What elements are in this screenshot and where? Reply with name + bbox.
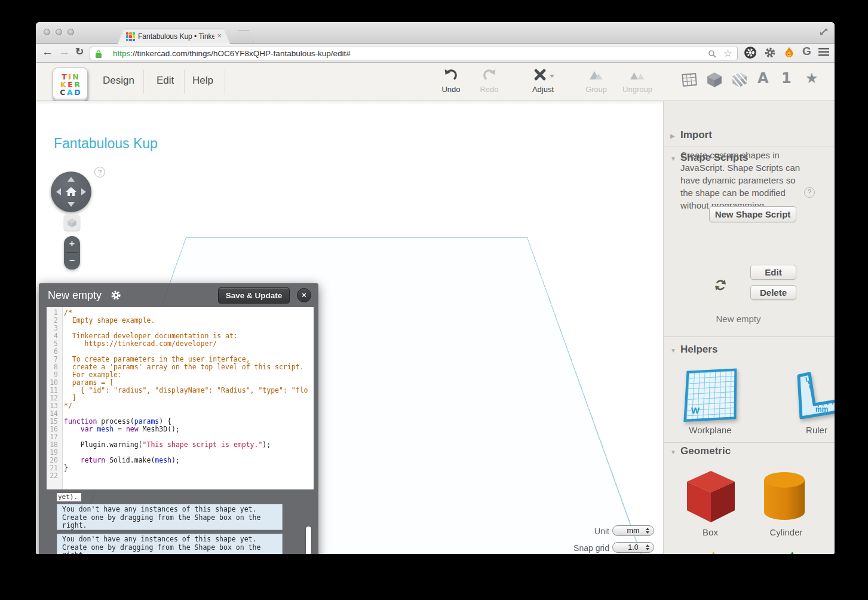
undo-icon	[443, 68, 459, 81]
browser-tab[interactable]: Fantabulous Kup • Tinkerc ×	[118, 29, 230, 44]
ghostery-extension-icon[interactable]	[744, 46, 757, 59]
logo-row-2: KER	[60, 81, 80, 88]
box-shape-icon[interactable]	[683, 467, 738, 525]
undo-button[interactable]: Undo	[437, 68, 465, 94]
menu-hamburger-icon[interactable]	[818, 48, 829, 56]
menu-edit[interactable]: Edit	[157, 75, 174, 87]
ruler-label: Ruler	[794, 425, 835, 435]
text-shape-icon[interactable]: A	[757, 70, 769, 87]
browser-window: Fantabulous Kup • Tinkerc × ← → ↻ https:…	[36, 22, 835, 554]
redo-button[interactable]: Redo	[476, 68, 503, 94]
new-shape-script-button[interactable]: New Shape Script	[709, 206, 796, 222]
default-view-button[interactable]	[64, 215, 80, 231]
rotate-left-icon[interactable]	[56, 188, 61, 195]
home-view-icon[interactable]	[65, 186, 77, 198]
close-window-button[interactable]	[44, 29, 50, 35]
menu-help[interactable]: Help	[192, 75, 213, 87]
titlebar: Fantabulous Kup • Tinkerc ×	[36, 22, 835, 44]
snap-grid-select[interactable]: 1.0	[612, 542, 654, 553]
refresh-icon[interactable]	[713, 278, 728, 292]
rotate-right-icon[interactable]	[81, 188, 86, 195]
menu-design[interactable]: Design	[103, 75, 134, 87]
code-lines: 1/*2 Empty shape example.34 Tinkercad de…	[47, 309, 314, 480]
pyramid-green-shape-icon[interactable]	[765, 550, 819, 554]
section-geometric[interactable]: Geometric	[680, 445, 731, 457]
section-import[interactable]: Import	[680, 129, 712, 141]
google-extension-icon[interactable]: G	[802, 45, 811, 58]
section-helpers[interactable]: Helpers	[680, 344, 717, 356]
panel-close-button[interactable]: ×	[297, 288, 311, 302]
adjust-button[interactable]: Adjust	[525, 68, 562, 94]
delete-script-button[interactable]: Delete	[750, 285, 796, 300]
shape-scripts-help-badge[interactable]: ?	[804, 187, 815, 198]
tab-close-icon[interactable]: ×	[217, 31, 222, 40]
hole-cube-icon[interactable]	[731, 71, 748, 88]
stepper-arrows-icon	[646, 528, 649, 534]
tinkercad-header: TIN KER CAD Design Edit Help Undo Redo	[36, 63, 835, 101]
edit-script-button[interactable]: Edit	[750, 265, 796, 280]
shapes-sidebar: ▶ Import ▼ Shape Scripts Create custom s…	[663, 101, 835, 554]
code-editor[interactable]: 1/*2 Empty shape example.34 Tinkercad de…	[47, 307, 314, 489]
address-bar[interactable]: https://tinkercad.com/things/hOC6YF8xQHP…	[90, 47, 738, 60]
rotate-down-icon[interactable]	[68, 202, 75, 207]
chevron-right-icon: ▶	[670, 133, 675, 139]
new-tab-button[interactable]	[234, 30, 254, 42]
rotate-up-icon[interactable]	[68, 177, 75, 182]
number-shape-icon[interactable]: 1	[781, 70, 792, 87]
back-icon[interactable]: ←	[42, 45, 53, 59]
zoom-window-button[interactable]	[68, 29, 74, 35]
url-rest: ://tinkercad.com/things/hOC6YF8xQHP-fant…	[130, 49, 350, 58]
save-and-update-button[interactable]: Save & Update	[218, 287, 290, 304]
snap-grid-value: 1.0	[628, 543, 638, 552]
bookmark-star-icon[interactable]: ☆	[723, 47, 732, 60]
page-zoom-icon[interactable]	[708, 50, 717, 59]
ungroup-icon	[630, 68, 645, 81]
panel-title: New empty	[48, 289, 102, 302]
solid-cube-icon[interactable]	[706, 71, 723, 88]
flame-extension-icon[interactable]	[783, 46, 796, 59]
zoom-out-button[interactable]: −	[64, 253, 80, 269]
view-navigation-pad[interactable]	[51, 172, 91, 212]
ssl-lock-icon	[95, 50, 102, 59]
tab-title: Fantabulous Kup • Tinkerc	[138, 32, 214, 41]
shape-scripts-description: Create custom shapes in JavaScript. Shap…	[680, 149, 806, 212]
forward-icon[interactable]: →	[59, 45, 70, 59]
snap-grid-label: Snap grid	[568, 543, 609, 553]
pyramid-yellow-shape-icon[interactable]	[686, 550, 740, 554]
ruler-helper-icon[interactable]: mm	[790, 370, 835, 423]
zoom-control: + −	[64, 236, 80, 270]
help-badge[interactable]: ?	[94, 167, 105, 177]
logo-row-1: TIN	[62, 73, 79, 81]
unit-select[interactable]: mm	[612, 525, 654, 536]
settings-gear-icon[interactable]	[763, 46, 777, 59]
tinkercad-logo[interactable]: TIN KER CAD	[53, 68, 88, 101]
logo-row-3: CAD	[60, 88, 80, 96]
console-overflow-text: yet).	[57, 493, 81, 501]
divider	[664, 336, 835, 337]
unit-value: mm	[627, 526, 640, 535]
url-text: https://tinkercad.com/things/hOC6YF8xQHP…	[113, 49, 351, 58]
panel-scrollbar-thumb[interactable]	[306, 526, 311, 554]
script-settings-gear-icon[interactable]	[111, 290, 121, 301]
group-button[interactable]: Group	[581, 68, 612, 94]
reload-icon[interactable]: ↻	[75, 45, 84, 58]
chevron-down-icon: ▼	[670, 155, 676, 162]
unit-label: Unit	[568, 526, 609, 536]
cylinder-shape-icon[interactable]	[762, 472, 807, 523]
ungroup-button[interactable]: Ungroup	[619, 68, 656, 94]
favorites-star-icon[interactable]: ★	[805, 70, 818, 87]
workplane-helper-item[interactable]: W	[685, 369, 737, 420]
group-icon	[588, 68, 604, 81]
view-cube-icon	[67, 218, 77, 228]
workplane-view-icon[interactable]	[681, 71, 698, 88]
fullscreen-icon[interactable]	[819, 27, 829, 36]
zoom-in-button[interactable]: +	[64, 236, 80, 252]
chevron-down-icon: ▼	[670, 449, 676, 455]
minimize-window-button[interactable]	[56, 29, 62, 35]
tinkercad-favicon	[126, 32, 135, 41]
divider	[664, 146, 835, 146]
adjust-dropdown-caret	[550, 75, 554, 78]
console-message: You don't have any instances of this sha…	[57, 504, 283, 530]
design-canvas[interactable]: Fantabulous Kup ? + − Unit mm	[36, 101, 663, 554]
svg-text:mm: mm	[815, 405, 828, 414]
